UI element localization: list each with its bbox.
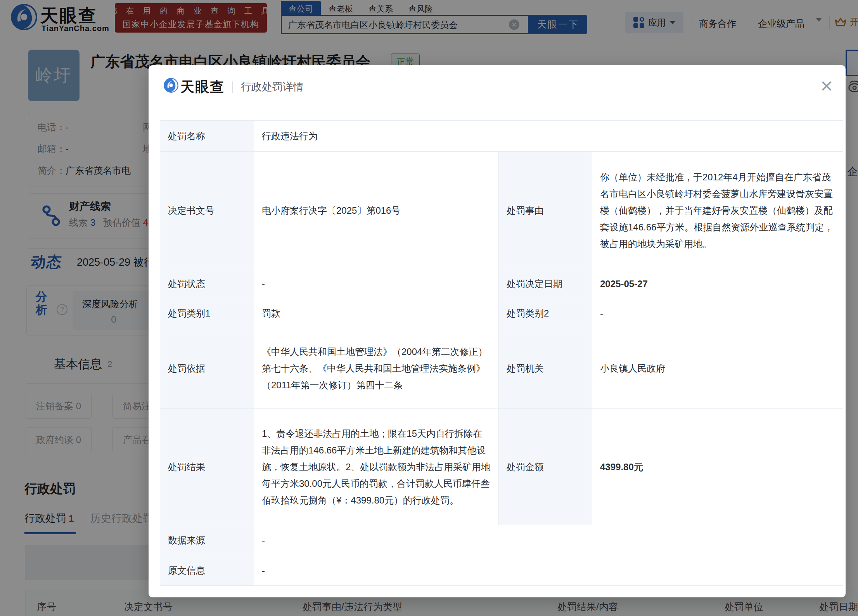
row-value: 电小府案行决字〔2025〕第016号 [254,152,499,269]
screenshot-root: 天眼查 TianYanCha.com 都 在 用 的 商 业 查 询 工 具 国… [0,0,858,616]
table-row: 处罚状态 - 处罚决定日期 2025-05-27 [160,269,843,298]
row-label: 处罚名称 [160,121,254,152]
row-value: 2025-05-27 [592,269,843,298]
modal-header: 天眼查 行政处罚详情 ✕ [149,65,846,107]
row-label: 处罚机关 [499,328,592,409]
row-value: 行政违法行为 [254,121,843,152]
table-row: 处罚依据 《中华人民共和国土地管理法》（2004年第二次修正）第七十六条、《中华… [160,328,843,409]
row-label: 原文信息 [160,555,254,585]
row-label: 决定书文号 [160,152,254,269]
modal-title: 行政处罚详情 [241,80,304,94]
divider [232,81,233,93]
row-value: - [592,298,843,328]
table-row: 数据来源 - [160,525,843,555]
row-label: 数据来源 [160,525,254,555]
table-row: 决定书文号 电小府案行决字〔2025〕第016号 处罚事由 你（单位）未经批准，… [160,152,843,269]
row-label: 处罚类别1 [160,298,254,328]
row-value: 《中华人民共和国土地管理法》（2004年第二次修正）第七十六条、《中华人民共和国… [254,328,499,409]
modal-brand: 天眼查 [180,78,225,97]
row-label: 处罚金额 [499,409,592,525]
row-value: 你（单位）未经批准，于2012年4月开始擅自在广东省茂名市电白区小良镇岭圩村委会… [592,152,843,269]
row-label: 处罚决定日期 [499,269,592,298]
table-row: 原文信息 - [160,555,843,585]
row-value: 小良镇人民政府 [592,328,843,409]
row-label: 处罚结果 [160,409,254,525]
row-label: 处罚事由 [499,152,592,269]
row-value: - [254,555,843,585]
row-label: 处罚类别2 [499,298,592,328]
close-icon[interactable]: ✕ [816,76,837,96]
table-row: 处罚类别1 罚款 处罚类别2 - [160,298,843,328]
table-row: 处罚结果 1、责令退还非法占用的土地；限在15天内自行拆除在非法占用的146.6… [160,409,843,525]
row-value: - [254,269,499,298]
row-value: - [254,525,843,555]
table-row: 处罚名称 行政违法行为 [160,121,843,152]
row-label: 处罚依据 [160,328,254,409]
row-label: 处罚状态 [160,269,254,298]
row-value: 4399.80元 [592,409,843,525]
row-value: 罚款 [254,298,499,328]
tianyancha-logo-icon [163,78,179,93]
penalty-detail-table: 处罚名称 行政违法行为 决定书文号 电小府案行决字〔2025〕第016号 处罚事… [160,120,843,586]
row-value: 1、责令退还非法占用的土地；限在15天内自行拆除在非法占用的146.66平方米土… [254,409,499,525]
penalty-detail-modal: 天眼查 行政处罚详情 ✕ 处罚名称 行政违法行为 决定书文号 电小府案行决字〔2… [149,65,846,597]
